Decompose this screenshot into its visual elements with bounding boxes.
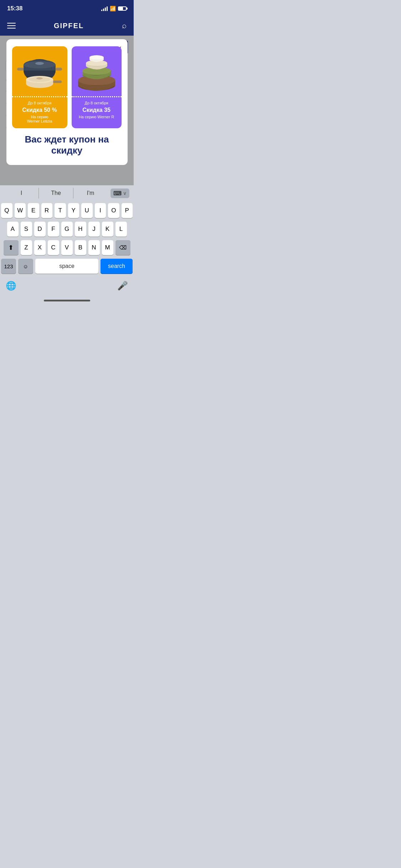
- key-y[interactable]: Y: [68, 203, 79, 218]
- main-content: < Найти Ч Н 🕐 🔍 🔍 🔍 🔍 ×: [0, 36, 134, 185]
- home-indicator: [0, 296, 134, 308]
- menu-button[interactable]: [7, 23, 16, 29]
- chevron-down-icon: ∨: [123, 190, 127, 196]
- key-o[interactable]: O: [108, 203, 119, 218]
- key-f[interactable]: F: [48, 222, 59, 237]
- card-2-info: До 8 октября Скидка 35 На серию Werner R: [72, 97, 122, 124]
- keyboard-toolbar: I The I'm ⌨ ∨: [0, 185, 134, 201]
- numbers-key[interactable]: 123: [1, 259, 16, 274]
- product-card-letizia[interactable]: До 8 октября Скидка 50 % На серию Werner…: [12, 46, 67, 128]
- card-2-discount: Скидка 35: [76, 107, 117, 113]
- status-time: 15:38: [7, 5, 22, 12]
- product-card-werner-r[interactable]: До 8 октября Скидка 35 На серию Werner R: [72, 46, 122, 128]
- home-bar: [44, 300, 90, 301]
- key-r[interactable]: R: [41, 203, 53, 218]
- key-h[interactable]: H: [75, 222, 86, 237]
- key-a[interactable]: A: [7, 222, 19, 237]
- keyboard-row-4: 123 ☺ space search: [1, 259, 133, 274]
- card-1-series-label: На серию: [16, 115, 63, 119]
- key-b[interactable]: B: [75, 240, 86, 255]
- key-e[interactable]: E: [28, 203, 39, 218]
- modal-bottom-text: Вас ждет купон на скидку: [12, 134, 122, 156]
- wifi-icon: 📶: [110, 6, 116, 11]
- battery-icon: [118, 6, 127, 11]
- svg-rect-5: [17, 68, 24, 71]
- key-d[interactable]: D: [34, 222, 46, 237]
- card-1-date: До 8 октября: [16, 101, 63, 105]
- keyboard-icon: ⌨: [113, 190, 122, 197]
- key-l[interactable]: L: [115, 222, 127, 237]
- key-j[interactable]: J: [88, 222, 100, 237]
- key-v[interactable]: V: [61, 240, 73, 255]
- microphone-icon[interactable]: 🎤: [117, 281, 128, 291]
- card-1-series-name: Werner Letizia: [16, 119, 63, 123]
- card-image-2: [72, 46, 122, 96]
- modal-overlay: ×: [0, 36, 134, 185]
- status-bar: 15:38 📶: [0, 0, 134, 16]
- suggestion-im[interactable]: I'm: [73, 190, 108, 196]
- key-w[interactable]: W: [15, 203, 26, 218]
- keyboard-row-2: A S D F G H J K L: [1, 222, 133, 237]
- key-u[interactable]: U: [81, 203, 93, 218]
- key-c[interactable]: C: [48, 240, 59, 255]
- card-2-date: До 8 октября: [76, 101, 117, 105]
- key-m[interactable]: M: [102, 240, 113, 255]
- hide-keyboard-button[interactable]: ⌨ ∨: [110, 188, 129, 198]
- key-q[interactable]: Q: [1, 203, 12, 218]
- search-key[interactable]: search: [101, 259, 133, 274]
- key-t[interactable]: T: [55, 203, 66, 218]
- key-p[interactable]: P: [122, 203, 133, 218]
- card-1-info: До 8 октября Скидка 50 % На серию Werner…: [12, 97, 67, 128]
- key-s[interactable]: S: [21, 222, 32, 237]
- space-key[interactable]: space: [35, 259, 98, 274]
- shift-key[interactable]: ⬆: [4, 240, 19, 255]
- header: GIPFEL ⌕: [0, 16, 134, 36]
- bowls-svg: [73, 52, 120, 91]
- svg-rect-10: [53, 81, 62, 83]
- status-icons: 📶: [101, 6, 127, 11]
- key-n[interactable]: N: [88, 240, 100, 255]
- globe-icon[interactable]: 🌐: [6, 281, 16, 291]
- delete-key[interactable]: ⌫: [115, 240, 130, 255]
- keyboard-row-1: Q W E R T Y U I O P: [1, 203, 133, 218]
- svg-point-12: [36, 77, 43, 79]
- key-x[interactable]: X: [34, 240, 46, 255]
- promo-modal: ×: [6, 39, 128, 165]
- suggestion-i[interactable]: I: [4, 190, 38, 196]
- emoji-key[interactable]: ☺: [18, 259, 33, 274]
- suggestion-the[interactable]: The: [39, 190, 73, 196]
- keyboard-bottom: 🌐 🎤: [0, 277, 134, 296]
- card-1-discount: Скидка 50 %: [16, 107, 63, 113]
- key-i[interactable]: I: [95, 203, 106, 218]
- svg-rect-6: [56, 68, 62, 71]
- svg-point-4: [35, 62, 44, 65]
- search-button[interactable]: ⌕: [122, 22, 127, 30]
- app-title: GIPFEL: [54, 22, 84, 30]
- key-z[interactable]: Z: [21, 240, 32, 255]
- keyboard-row-3: ⬆ Z X C V B N M ⌫: [1, 240, 133, 255]
- card-image-1: [12, 46, 67, 96]
- keyboard: Q W E R T Y U I O P A S D F G H J K L ⬆ …: [0, 201, 134, 274]
- cookware-svg: [16, 50, 63, 93]
- product-cards-row: До 8 октября Скидка 50 % На серию Werner…: [12, 46, 122, 128]
- card-2-series-label: На серию Werner R: [76, 115, 117, 119]
- key-k[interactable]: K: [102, 222, 113, 237]
- key-g[interactable]: G: [61, 222, 73, 237]
- signal-icon: [101, 6, 108, 11]
- svg-point-20: [89, 55, 104, 60]
